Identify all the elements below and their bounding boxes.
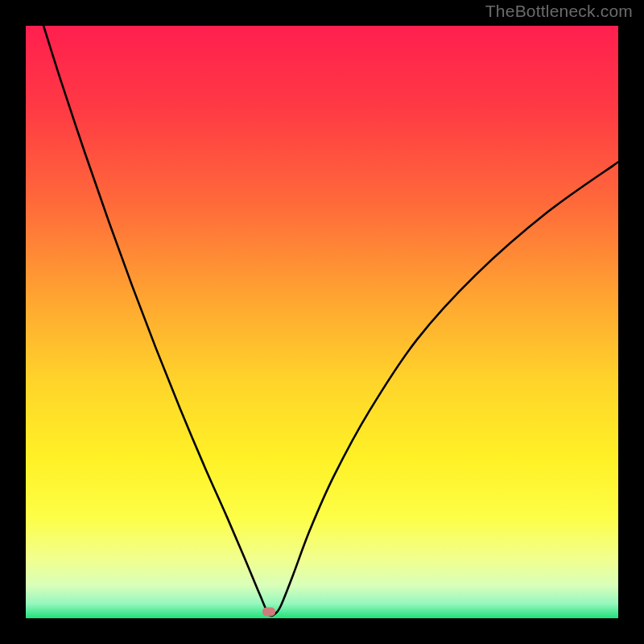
watermark-text: TheBottleneck.com — [485, 2, 633, 21]
chart-stage: TheBottleneck.com — [0, 0, 644, 644]
optimal-marker — [262, 608, 275, 617]
curve-layer — [26, 26, 618, 618]
bottleneck-curve — [43, 26, 618, 616]
plot-area — [26, 26, 618, 618]
